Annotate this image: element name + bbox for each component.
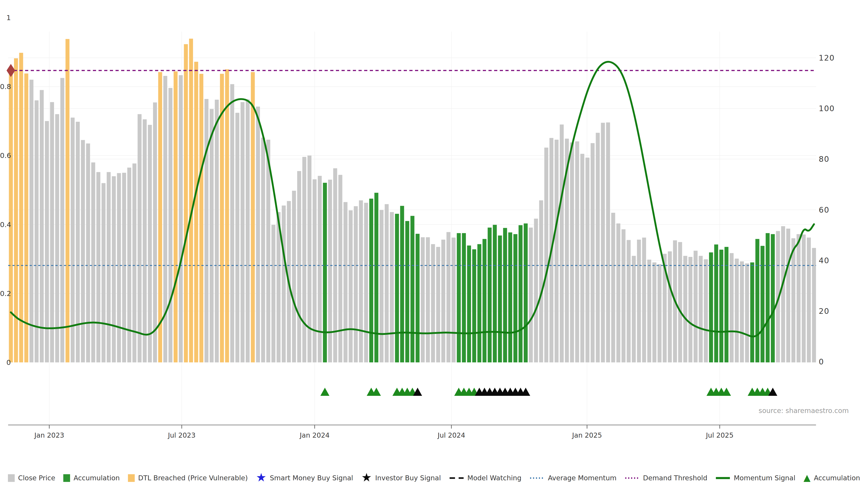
legend-label: Average Momentum <box>548 474 617 482</box>
y-tick-label-left: 0.2 <box>0 289 11 297</box>
close-price-bar <box>622 229 626 362</box>
y-tick-label-right: 0 <box>819 357 824 366</box>
close-price-bar <box>544 148 548 362</box>
close-price-bar <box>637 240 641 362</box>
legend-item: Demand Threshold <box>625 474 708 482</box>
legend-swatch-triangle-icon: ▲ <box>804 474 811 481</box>
close-price-bar <box>678 242 682 362</box>
x-tick-label: Jul 2023 <box>168 431 195 439</box>
close-price-bar <box>122 173 126 362</box>
close-price-bar <box>555 140 559 362</box>
close-price-bar <box>117 173 121 362</box>
close-price-bar <box>652 263 656 363</box>
accumulation-bar <box>709 252 713 362</box>
close-price-bar <box>344 202 348 362</box>
close-price-bar <box>560 125 564 362</box>
close-price-bar <box>303 157 307 363</box>
x-tick-label: Jul 2024 <box>438 431 465 439</box>
legend-label: Accumulation <box>814 474 860 482</box>
legend-swatch-square <box>8 474 15 482</box>
accumulation-bar <box>498 235 502 362</box>
close-price-bar <box>359 200 363 362</box>
dtl-breached-bar <box>251 72 255 362</box>
close-price-bar <box>91 162 95 362</box>
close-price-bar <box>107 172 111 362</box>
close-price-bar <box>210 109 214 362</box>
accumulation-bar <box>395 214 399 362</box>
chart-svg <box>0 0 868 488</box>
x-tick-label: Jan 2023 <box>34 431 64 439</box>
legend-item: ★Smart Money Buy Signal <box>256 474 353 482</box>
y-tick-label-right: 120 <box>819 53 835 62</box>
accumulation-bar <box>400 206 404 362</box>
accumulation-bar <box>467 246 471 362</box>
close-price-bar <box>647 260 651 362</box>
accumulation-bar <box>457 233 461 362</box>
legend-swatch-star-icon: ★ <box>361 474 372 481</box>
close-price-bar <box>96 172 100 362</box>
legend-label: DTL Breached (Price Vulnerable) <box>138 474 248 482</box>
y-tick-label-left: 0.6 <box>0 151 11 160</box>
close-price-bar <box>179 75 183 362</box>
close-price-bar <box>307 156 311 362</box>
legend-item: DTL Breached (Price Vulnerable) <box>128 474 248 482</box>
accumulation-bar <box>524 223 528 362</box>
accumulation-bar <box>477 244 482 362</box>
close-price-bar <box>385 204 389 362</box>
legend-item: Close Price <box>8 474 55 482</box>
legend-swatch-dotted <box>625 476 640 480</box>
close-price-bar <box>261 138 265 362</box>
close-price-bar <box>596 133 600 362</box>
close-price-bar <box>313 180 317 362</box>
close-price-bar <box>668 252 672 362</box>
accumulation-bar <box>503 228 507 362</box>
close-price-bar <box>153 102 157 362</box>
close-price-bar <box>50 102 54 362</box>
close-price-bar <box>735 259 739 362</box>
accumulation-bar <box>323 183 327 362</box>
legend-label: Demand Threshold <box>643 474 708 482</box>
legend-item: Accumulation <box>63 474 120 482</box>
close-price-bar <box>585 158 590 362</box>
legend-swatch-line <box>715 476 730 480</box>
close-price-bar <box>431 244 435 362</box>
close-price-bar <box>616 223 620 362</box>
close-price-bar <box>297 171 301 362</box>
accumulation-bar <box>724 247 728 362</box>
y-tick-label-right: 60 <box>819 205 829 215</box>
legend-label: Smart Money Buy Signal <box>270 474 353 482</box>
close-price-bar <box>534 219 538 362</box>
close-price-bar <box>127 168 131 362</box>
close-price-bar <box>683 256 687 363</box>
y-tick-label-right: 80 <box>819 155 829 164</box>
close-price-bar <box>55 114 59 362</box>
legend-item: ★Investor Buy Signal <box>361 474 441 482</box>
accumulation-bar <box>508 232 513 362</box>
close-price-bar <box>81 140 85 362</box>
dtl-breached-bar <box>158 72 162 362</box>
close-price-bar <box>282 205 286 362</box>
accumulation-bar <box>462 233 466 362</box>
close-price-bar <box>802 234 806 362</box>
close-price-bar <box>606 123 610 362</box>
accumulation-bar <box>405 221 409 362</box>
legend-label: Model Watching <box>467 474 522 482</box>
legend-item: Model Watching <box>449 474 522 482</box>
accumulation-bar <box>761 246 765 362</box>
dtl-breached-bar <box>19 53 23 362</box>
close-price-bar <box>45 121 49 362</box>
close-price-bar <box>163 76 167 362</box>
accumulation-bar <box>771 234 775 362</box>
accumulation-bar <box>766 233 770 362</box>
close-price-bar <box>786 229 790 362</box>
accumulation-bar <box>483 239 487 362</box>
close-price-bar <box>266 140 270 362</box>
x-tick-label: Jul 2025 <box>706 431 734 439</box>
x-tick-label: Jan 2024 <box>300 431 330 439</box>
x-tick-label: Jan 2025 <box>572 431 602 439</box>
close-price-bar <box>148 125 152 362</box>
close-price-bar <box>168 88 173 362</box>
dtl-breached-bar <box>194 62 198 362</box>
close-price-bar <box>745 263 749 362</box>
accumulation-bar <box>374 193 378 362</box>
